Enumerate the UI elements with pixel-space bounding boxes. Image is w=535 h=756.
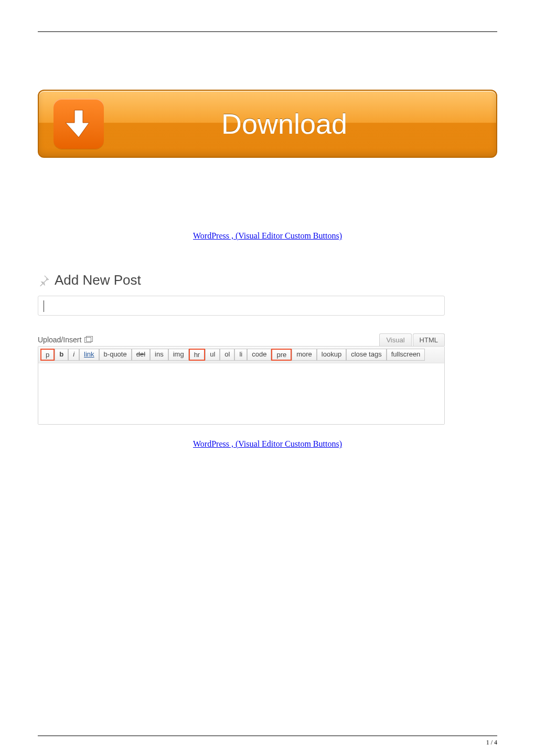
quicktag-pre[interactable]: pre xyxy=(271,349,292,361)
download-arrow-icon xyxy=(54,99,104,149)
upload-insert-text: Upload/Insert xyxy=(38,336,81,344)
download-button[interactable]: Download xyxy=(38,90,497,158)
editor-content-area[interactable] xyxy=(38,363,444,424)
link-visual-editor-custom-buttons-2[interactable]: WordPress , (Visual Editor Custom Button… xyxy=(193,439,342,448)
pin-icon xyxy=(38,275,49,286)
link-visual-editor-custom-buttons-1[interactable]: WordPress , (Visual Editor Custom Button… xyxy=(193,231,342,240)
page-number: 1 / 4 xyxy=(486,739,497,747)
tab-visual[interactable]: Visual xyxy=(379,333,411,346)
quicktag-b-quote[interactable]: b-quote xyxy=(99,349,132,361)
tab-html[interactable]: HTML xyxy=(413,333,445,346)
html-editor-frame: pbilinkb-quotedelinsimghrulollicodepremo… xyxy=(38,346,445,425)
bottom-horizontal-rule xyxy=(38,736,497,736)
quicktag-lookup[interactable]: lookup xyxy=(317,349,346,361)
quicktag-p[interactable]: p xyxy=(40,349,55,361)
text-caret xyxy=(44,300,44,312)
quicktag-b[interactable]: b xyxy=(55,349,68,361)
post-title-input[interactable] xyxy=(38,296,445,316)
add-media-icon xyxy=(84,336,93,343)
quicktag-link[interactable]: link xyxy=(79,349,99,361)
add-new-post-heading: Add New Post xyxy=(38,272,445,288)
heading-text: Add New Post xyxy=(55,272,141,288)
link-line-2: WordPress , (Visual Editor Custom Button… xyxy=(38,439,497,449)
upload-insert-label[interactable]: Upload/Insert xyxy=(38,336,93,344)
quicktag-ins[interactable]: ins xyxy=(150,349,168,361)
quicktag-ol[interactable]: ol xyxy=(220,349,234,361)
quicktag-ul[interactable]: ul xyxy=(205,349,220,361)
quicktag-fullscreen[interactable]: fullscreen xyxy=(387,349,425,361)
link-line-1: WordPress , (Visual Editor Custom Button… xyxy=(38,231,497,241)
quicktag-close-tags[interactable]: close tags xyxy=(346,349,387,361)
wordpress-editor-screenshot: Add New Post Upload/Insert Visual HTML p… xyxy=(38,272,445,425)
download-label: Download xyxy=(104,107,496,140)
quicktag-img[interactable]: img xyxy=(168,349,189,361)
quicktag-hr[interactable]: hr xyxy=(189,349,206,361)
quicktag-i[interactable]: i xyxy=(68,349,79,361)
quicktag-more[interactable]: more xyxy=(292,349,317,361)
quicktag-li[interactable]: li xyxy=(234,349,247,361)
top-horizontal-rule xyxy=(38,31,497,32)
quicktag-code[interactable]: code xyxy=(247,349,271,361)
quicktags-toolbar: pbilinkb-quotedelinsimghrulollicodepremo… xyxy=(38,347,444,363)
editor-mode-tabs: Visual HTML xyxy=(378,333,445,346)
quicktag-del[interactable]: del xyxy=(132,349,150,361)
